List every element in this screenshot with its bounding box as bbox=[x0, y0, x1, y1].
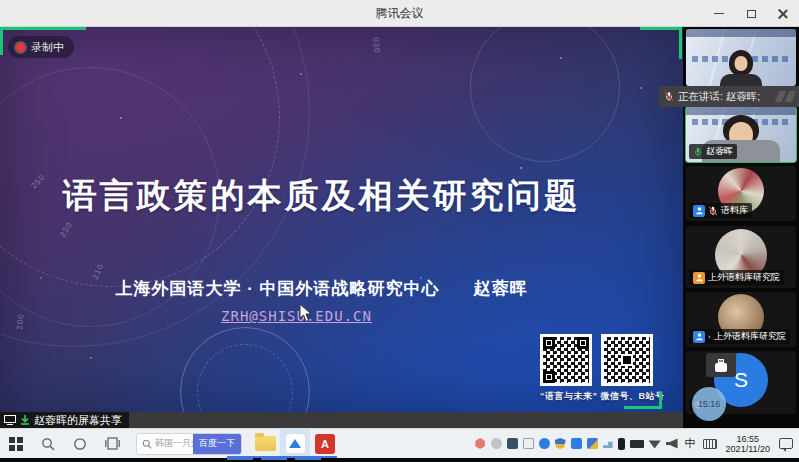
person-badge-icon bbox=[693, 331, 705, 343]
share-border-corner bbox=[624, 392, 662, 409]
phone-link-icon[interactable] bbox=[618, 438, 625, 450]
gray-circle-app-icon[interactable] bbox=[491, 438, 502, 449]
cortana-button[interactable] bbox=[64, 429, 96, 459]
share-download-icon bbox=[20, 415, 30, 425]
bluetooth-device-icon[interactable] bbox=[507, 438, 518, 449]
windows-logo-icon bbox=[9, 437, 23, 451]
share-status-bar: 赵蓉晖的屏幕共享 bbox=[0, 412, 683, 428]
active-speaker-label: 正在讲话: 赵蓉晖; bbox=[678, 90, 760, 104]
touch-keyboard-icon[interactable] bbox=[703, 439, 717, 449]
window-controls bbox=[703, 0, 799, 27]
baidu-search-text: 韩国一只炸鸡10... bbox=[155, 437, 193, 450]
participant-name-chip: 赵蓉晖 bbox=[689, 144, 737, 159]
video-body bbox=[720, 74, 762, 86]
person-badge-icon bbox=[693, 205, 705, 217]
minimize-button[interactable] bbox=[703, 0, 735, 27]
decor-dial-number: 030 bbox=[371, 37, 381, 54]
usb-device-icon bbox=[712, 357, 730, 373]
share-status-chip[interactable]: 赵蓉晖的屏幕共享 bbox=[0, 412, 129, 428]
task-view-button[interactable] bbox=[96, 429, 128, 459]
slide-subtitle: 上海外国语大学 · 中国外语战略研究中心 赵蓉晖 bbox=[0, 277, 643, 300]
participant-tile-语料库[interactable]: 语料库 bbox=[686, 166, 796, 221]
usb-drive-icon[interactable] bbox=[523, 438, 534, 449]
qr-row bbox=[540, 334, 656, 386]
network-arrow-icon[interactable] bbox=[603, 439, 613, 448]
slide-title: 语言政策的本质及相关研究问题 bbox=[0, 173, 643, 219]
ime-indicator[interactable]: 中 bbox=[683, 436, 698, 451]
open-app-indicator bbox=[227, 456, 253, 460]
participant-name: 上外语料库研究院 bbox=[714, 330, 786, 343]
slide-affiliation: 上海外国语大学 · 中国外语战略研究中心 bbox=[115, 277, 439, 300]
tencent-meeting-window: 腾讯会议 030230210250200 录制中 语言政策的本质及相关研究问题 … bbox=[0, 0, 799, 462]
bottom-strip bbox=[0, 458, 799, 462]
pdf-reader-button[interactable]: A bbox=[310, 429, 340, 459]
close-button[interactable] bbox=[767, 0, 799, 27]
mic-muted-icon bbox=[664, 91, 674, 102]
meeting-app-tray-icon[interactable] bbox=[571, 438, 582, 449]
baidu-search-button[interactable]: 百度一下 bbox=[193, 433, 241, 455]
minimize-icon bbox=[714, 13, 724, 14]
security-shield-icon[interactable] bbox=[555, 438, 566, 449]
battery-icon[interactable] bbox=[630, 440, 644, 448]
open-app-indicator bbox=[295, 456, 321, 460]
share-status-label: 赵蓉晖的屏幕共享 bbox=[34, 413, 122, 428]
person-icon bbox=[695, 206, 704, 215]
qr-code-wechat bbox=[540, 334, 592, 386]
shared-window-icon bbox=[4, 415, 16, 425]
photo-app-tray-icon[interactable] bbox=[587, 438, 598, 449]
meeting-app-icon bbox=[285, 433, 306, 454]
person-icon bbox=[695, 332, 704, 341]
search-button[interactable] bbox=[32, 429, 64, 459]
maximize-button[interactable] bbox=[735, 0, 767, 27]
tray-icons bbox=[475, 438, 678, 450]
participant-media bbox=[686, 29, 796, 86]
taskbar-left: 韩国一只炸鸡10... 百度一下 A bbox=[0, 429, 340, 458]
taskbar-clock[interactable]: 16:55 2021/11/20 bbox=[722, 434, 774, 454]
participant-tile-赵蓉晖[interactable]: 赵蓉晖 bbox=[686, 107, 796, 162]
participant-name: 语料库 bbox=[721, 204, 748, 217]
windows-taskbar: 韩国一只炸鸡10... 百度一下 A 中 16:55 2021/11/20 bbox=[0, 428, 799, 458]
qr-finder-icon bbox=[543, 337, 555, 349]
start-button[interactable] bbox=[0, 429, 32, 459]
file-explorer-button[interactable] bbox=[250, 429, 280, 459]
participant-video bbox=[686, 29, 796, 86]
mic-muted-icon bbox=[708, 332, 711, 342]
presentation-slide: 030230210250200 录制中 语言政策的本质及相关研究问题 上海外国语… bbox=[0, 27, 683, 412]
search-icon bbox=[41, 437, 55, 451]
floating-time-bubble[interactable]: 15:16 bbox=[692, 387, 726, 421]
baidu-search-box[interactable]: 韩国一只炸鸡10... 百度一下 bbox=[136, 433, 242, 455]
share-border-corner bbox=[0, 27, 86, 55]
participant-tile[interactable]: S15:16 bbox=[686, 351, 796, 414]
action-center-icon[interactable] bbox=[779, 438, 793, 449]
taskbar-tray: 中 16:55 2021/11/20 bbox=[475, 429, 799, 458]
email-link[interactable]: ZRH@SHISU.EDU.CN bbox=[221, 308, 372, 324]
participant-tile-上外语料库研究院[interactable]: 上外语料库研究院 bbox=[686, 226, 796, 288]
person-badge-icon bbox=[693, 272, 705, 284]
window-title: 腾讯会议 bbox=[376, 5, 424, 22]
qr-center-logo bbox=[621, 354, 633, 366]
close-icon bbox=[778, 9, 788, 19]
bluetooth-icon[interactable] bbox=[539, 438, 550, 449]
participant-tile-上外语料库研究院[interactable]: 上外语料库研究院 bbox=[686, 292, 796, 347]
decor-circle bbox=[470, 27, 620, 162]
device-chip bbox=[706, 353, 736, 377]
task-view-icon bbox=[105, 437, 120, 450]
video-topbar bbox=[686, 29, 796, 37]
qr-finder-icon bbox=[577, 337, 589, 349]
slide-link-row: ZRH@SHISU.EDU.CN bbox=[0, 307, 593, 325]
search-icon bbox=[142, 439, 152, 449]
tencent-meeting-taskbar-button[interactable] bbox=[280, 429, 310, 459]
video-face bbox=[735, 56, 748, 71]
participant-tile[interactable] bbox=[686, 29, 796, 86]
active-speaker-bar: 正在讲话: 赵蓉晖; bbox=[659, 86, 799, 107]
speaker-bar-decor bbox=[777, 91, 794, 102]
mic-active-icon bbox=[693, 147, 703, 157]
volume-icon[interactable] bbox=[666, 439, 678, 449]
cortana-icon bbox=[73, 437, 87, 451]
wifi-icon[interactable] bbox=[649, 439, 661, 449]
mic-muted-icon bbox=[708, 206, 718, 216]
red-hexagon-app-icon[interactable] bbox=[475, 438, 486, 449]
participant-name: 赵蓉晖 bbox=[706, 145, 733, 158]
participant-name-chip: 上外语料库研究院 bbox=[689, 270, 784, 285]
maximize-icon bbox=[747, 10, 756, 18]
